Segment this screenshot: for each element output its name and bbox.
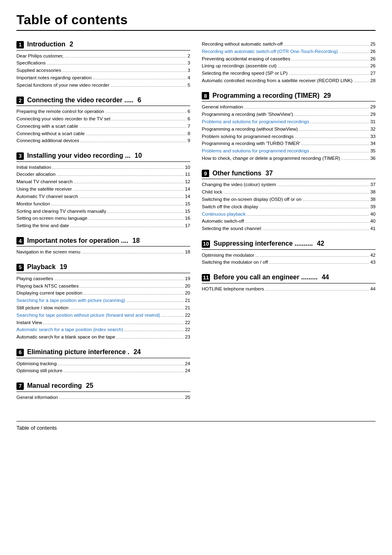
entry-text: Playing back NTSC cassettes bbox=[16, 283, 78, 290]
section-rule bbox=[16, 106, 190, 106]
entry-text: Problems and solutions for programmed re… bbox=[202, 147, 309, 155]
entry-page: 21 bbox=[185, 297, 190, 304]
entry-page: 26 bbox=[370, 55, 376, 63]
entry-page: 14 bbox=[185, 193, 190, 200]
section-page-number: 37 bbox=[265, 170, 273, 177]
entry-page: 2 bbox=[188, 53, 190, 60]
entry-dots bbox=[291, 60, 369, 60]
section-header: 1Introduction2 bbox=[16, 41, 190, 48]
toc-entry: Dear Philips customer,2 bbox=[16, 53, 190, 60]
entry-dots bbox=[295, 138, 369, 138]
section-number: 10 bbox=[202, 240, 210, 248]
entry-page: 15 bbox=[185, 200, 190, 208]
section-header: 6Eliminating picture interference .24 bbox=[16, 348, 190, 356]
entry-text: Playing cassettes bbox=[16, 275, 53, 283]
section-rule bbox=[202, 101, 376, 101]
entry-text: HOTLINE telephone numbers bbox=[202, 286, 264, 293]
entry-text: Searching for a tape position with pictu… bbox=[16, 297, 125, 304]
entry-dots bbox=[294, 115, 369, 116]
entry-page: 29 bbox=[370, 111, 376, 118]
section-number: 3 bbox=[16, 152, 24, 160]
section-page-number: 18 bbox=[132, 237, 140, 244]
entry-dots bbox=[125, 331, 184, 331]
toc-entry: Manual TV channel search12 bbox=[16, 178, 190, 186]
entry-page: 15 bbox=[185, 208, 190, 215]
section-title: Suppressing interference .......... bbox=[213, 240, 313, 247]
entry-page: 26 bbox=[370, 48, 376, 55]
toc-entry: Lining up recordings (assemble cut)26 bbox=[202, 62, 376, 70]
entry-dots bbox=[70, 227, 184, 227]
toc-entry: Instant View22 bbox=[16, 319, 190, 327]
toc-entry: Programming a recording (without ShowVie… bbox=[202, 126, 376, 133]
entry-dots bbox=[43, 324, 184, 324]
entry-dots bbox=[47, 64, 187, 64]
toc-entry: Continuous playback40 bbox=[202, 211, 376, 218]
entry-text: Preparing the remote control for operati… bbox=[16, 108, 104, 115]
entry-text: Searching for tape position without pict… bbox=[16, 312, 160, 319]
content-columns: 1Introduction2Dear Philips customer,2Spe… bbox=[16, 41, 376, 409]
entry-text: Specifications bbox=[16, 60, 46, 67]
entry-page: 7 bbox=[188, 123, 190, 130]
entry-text: Switch off the clock display bbox=[202, 203, 258, 211]
entry-dots bbox=[302, 145, 369, 145]
section-title: Connecting the video recorder ..... bbox=[27, 97, 134, 104]
section-number: 5 bbox=[16, 264, 24, 271]
section-number: 8 bbox=[202, 92, 209, 99]
entry-text: Dear Philips customer, bbox=[16, 53, 64, 60]
toc-entry: Monitor function15 bbox=[16, 200, 190, 208]
section-number: 11 bbox=[202, 274, 210, 281]
toc-entry: Optimising still picture24 bbox=[16, 367, 190, 375]
entry-page: 35 bbox=[370, 147, 376, 155]
toc-entry: Changing the video (colour) system37 bbox=[202, 181, 376, 189]
section-rule bbox=[16, 273, 190, 273]
toc-entry: Decoder allocation11 bbox=[16, 171, 190, 178]
toc-entry: Setting the time and date17 bbox=[16, 222, 190, 230]
entry-page: 34 bbox=[370, 140, 376, 147]
entry-page: 38 bbox=[370, 189, 376, 196]
toc-entry: Searching for a tape position with pictu… bbox=[16, 297, 190, 304]
entry-text: Problem solving for programmed recording… bbox=[202, 133, 294, 140]
entry-page: 22 bbox=[185, 326, 190, 334]
entry-text: Setting on-screen menu language bbox=[16, 215, 88, 222]
toc-section: 9Other functions37Changing the video (co… bbox=[202, 170, 376, 233]
entry-dots bbox=[81, 253, 184, 253]
entry-dots bbox=[65, 57, 187, 58]
toc-entry: Switch off the clock display39 bbox=[202, 203, 376, 211]
toc-section: 10Suppressing interference ..........42O… bbox=[202, 240, 376, 266]
entry-text: Selecting the recording speed (SP or LP) bbox=[202, 70, 288, 77]
entry-dots bbox=[58, 365, 184, 365]
entry-text: Programming a recording with 'TURBO TIME… bbox=[202, 140, 300, 147]
toc-entry: Switching the on-screen display (OSD) of… bbox=[202, 196, 376, 203]
entry-page: 17 bbox=[185, 222, 190, 230]
toc-entry: General information29 bbox=[202, 104, 376, 111]
section-number: 9 bbox=[202, 170, 209, 177]
toc-entry: Automatic controlled recording from a sa… bbox=[202, 77, 376, 85]
entry-page: 22 bbox=[185, 312, 190, 319]
section-number: 1 bbox=[16, 41, 24, 48]
toc-entry: Connecting your video recorder to the TV… bbox=[16, 115, 190, 123]
entry-text: Selecting the sound channel bbox=[202, 225, 261, 233]
entry-page: 18 bbox=[185, 249, 190, 256]
entry-dots bbox=[106, 113, 187, 113]
section-page-number: 10 bbox=[135, 152, 142, 159]
entry-text: Switching the modulator on / off bbox=[202, 259, 268, 266]
entry-page: 5 bbox=[188, 82, 190, 89]
section-header: 9Other functions37 bbox=[202, 170, 376, 177]
entry-page: 20 bbox=[185, 283, 190, 290]
toc-entry: Optimising the modulator42 bbox=[202, 252, 376, 259]
toc-entry: Preventing accidental erasing of cassett… bbox=[202, 55, 376, 63]
section-rule bbox=[16, 391, 190, 392]
entry-text: Programming a recording (with 'ShowView'… bbox=[202, 111, 293, 118]
footer-text: Table of contents bbox=[16, 425, 57, 431]
entry-page: 44 bbox=[370, 286, 376, 293]
entry-dots bbox=[86, 135, 186, 135]
toc-entry: Playing cassettes19 bbox=[16, 275, 190, 283]
entry-dots bbox=[247, 215, 369, 216]
toc-entry: Selecting the recording speed (SP or LP)… bbox=[202, 70, 376, 77]
section-page-number: 44 bbox=[322, 274, 329, 281]
entry-text: Lining up recordings (assemble cut) bbox=[202, 62, 277, 70]
entry-text: Recording without automatic switch-off bbox=[202, 41, 283, 48]
entry-page: 43 bbox=[370, 259, 376, 266]
entry-dots bbox=[112, 120, 187, 120]
entry-dots bbox=[116, 338, 184, 339]
